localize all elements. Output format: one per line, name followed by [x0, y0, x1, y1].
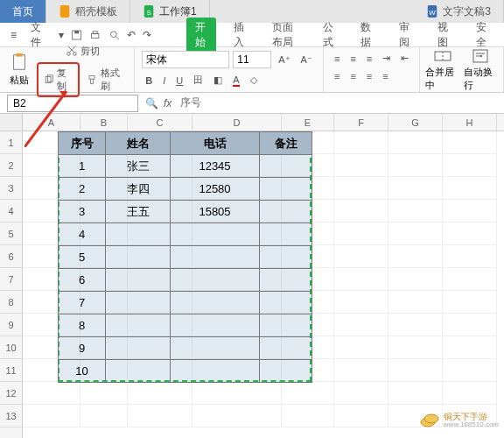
col-header[interactable]: D	[192, 114, 282, 131]
table-cell[interactable]: 12345	[171, 155, 260, 178]
cell[interactable]	[443, 336, 497, 359]
table-cell[interactable]: 2	[59, 178, 106, 201]
table-cell[interactable]: 4	[59, 223, 106, 246]
align-left-button[interactable]: ≡	[331, 69, 343, 83]
table-cell[interactable]	[171, 269, 260, 292]
align-right-button[interactable]: ≡	[363, 69, 375, 83]
formula-value[interactable]: 序号	[177, 95, 201, 110]
table-cell[interactable]	[260, 314, 312, 337]
table-cell[interactable]: 3	[59, 201, 106, 223]
table-cell[interactable]: 1	[59, 155, 106, 178]
search-icon[interactable]: 🔍	[145, 97, 158, 110]
cell[interactable]	[334, 177, 388, 200]
cell[interactable]	[388, 382, 443, 405]
print-icon[interactable]	[89, 28, 101, 42]
row-header[interactable]: 7	[0, 268, 22, 291]
table-row[interactable]: 3王五15805	[59, 201, 312, 223]
row-header[interactable]: 1	[0, 131, 22, 154]
table-cell[interactable]	[260, 155, 312, 178]
font-name-select[interactable]: 宋体	[142, 51, 229, 68]
cell[interactable]	[388, 336, 443, 359]
cell[interactable]	[80, 405, 128, 427]
cell[interactable]	[282, 382, 334, 405]
format-painter-button[interactable]: 格式刷	[83, 65, 129, 95]
table-cell[interactable]: 15805	[171, 201, 260, 223]
table-cell[interactable]: 王五	[106, 201, 171, 223]
table-cell[interactable]	[106, 360, 171, 383]
table-cell[interactable]: 5	[59, 246, 106, 269]
table-row[interactable]: 9	[59, 337, 312, 360]
table-cell[interactable]	[171, 360, 260, 383]
preview-icon[interactable]	[108, 28, 120, 42]
table-cell[interactable]: 7	[59, 292, 106, 314]
cell[interactable]	[334, 200, 388, 223]
cell[interactable]	[388, 245, 443, 268]
bold-button[interactable]: B	[142, 74, 156, 88]
table-cell[interactable]	[260, 269, 312, 292]
cell[interactable]	[388, 154, 443, 177]
align-center-button[interactable]: ≡	[346, 69, 359, 83]
cell[interactable]	[443, 154, 497, 177]
table-cell[interactable]	[260, 360, 312, 383]
table-cell[interactable]	[260, 337, 312, 360]
table-cell[interactable]	[260, 178, 312, 201]
cell[interactable]	[334, 245, 388, 268]
table-cell[interactable]	[260, 292, 312, 314]
name-box[interactable]: B2	[7, 95, 138, 112]
row-header[interactable]: 11	[0, 359, 22, 382]
cell[interactable]	[443, 131, 497, 154]
cell[interactable]	[443, 200, 497, 223]
cell[interactable]	[23, 405, 80, 427]
cell[interactable]	[23, 382, 80, 405]
cell[interactable]	[388, 177, 443, 200]
cell[interactable]	[334, 359, 388, 382]
table-cell[interactable]	[171, 246, 260, 269]
row-header[interactable]: 6	[0, 245, 22, 268]
cell[interactable]	[443, 314, 497, 336]
outdent-button[interactable]: ⇤	[397, 51, 412, 66]
fill-color-button[interactable]: ◧	[210, 73, 226, 88]
cell[interactable]	[443, 359, 497, 382]
cell[interactable]	[334, 382, 388, 405]
table-cell[interactable]	[106, 269, 171, 292]
row-header[interactable]: 9	[0, 314, 22, 336]
cell[interactable]	[128, 382, 192, 405]
undo-icon[interactable]: ↶	[127, 29, 136, 41]
font-size-select[interactable]: 11	[233, 51, 271, 68]
cell[interactable]	[334, 154, 388, 177]
table-cell[interactable]	[171, 223, 260, 246]
cell[interactable]	[388, 131, 443, 154]
indent-button[interactable]: ⇥	[379, 51, 394, 66]
clear-format-button[interactable]: ◇	[247, 73, 261, 88]
decrease-font-button[interactable]: A⁻	[298, 53, 316, 67]
col-header[interactable]: A	[23, 114, 80, 131]
cell[interactable]	[334, 268, 388, 291]
copy-button[interactable]: 复制	[40, 65, 76, 95]
table-cell[interactable]: 张三	[106, 155, 171, 178]
menu-icon[interactable]: ≡	[7, 27, 20, 43]
cut-button[interactable]: 剪切	[62, 43, 103, 60]
cell[interactable]	[443, 382, 497, 405]
cell[interactable]	[388, 268, 443, 291]
header-name[interactable]: 姓名	[106, 132, 171, 155]
row-header[interactable]: 3	[0, 177, 22, 200]
table-cell[interactable]: 9	[59, 337, 106, 360]
table-cell[interactable]	[106, 292, 171, 314]
table-cell[interactable]: 12580	[171, 178, 260, 201]
underline-button[interactable]: U	[172, 74, 186, 88]
col-header[interactable]: C	[128, 114, 192, 131]
italic-button[interactable]: I	[159, 74, 169, 88]
table-row[interactable]: 1张三12345	[59, 155, 312, 178]
col-header[interactable]: E	[282, 114, 334, 131]
row-header[interactable]: 13	[0, 405, 22, 427]
table-row[interactable]: 5	[59, 246, 312, 269]
table-row[interactable]: 6	[59, 269, 312, 292]
cell[interactable]	[192, 382, 282, 405]
header-tel[interactable]: 电话	[171, 132, 260, 155]
header-seq[interactable]: 序号	[59, 132, 106, 155]
cell[interactable]	[334, 223, 388, 245]
cell[interactable]	[388, 359, 443, 382]
cell[interactable]	[128, 405, 192, 427]
select-all-corner[interactable]	[0, 114, 22, 131]
border-button[interactable]: 田	[190, 72, 206, 88]
